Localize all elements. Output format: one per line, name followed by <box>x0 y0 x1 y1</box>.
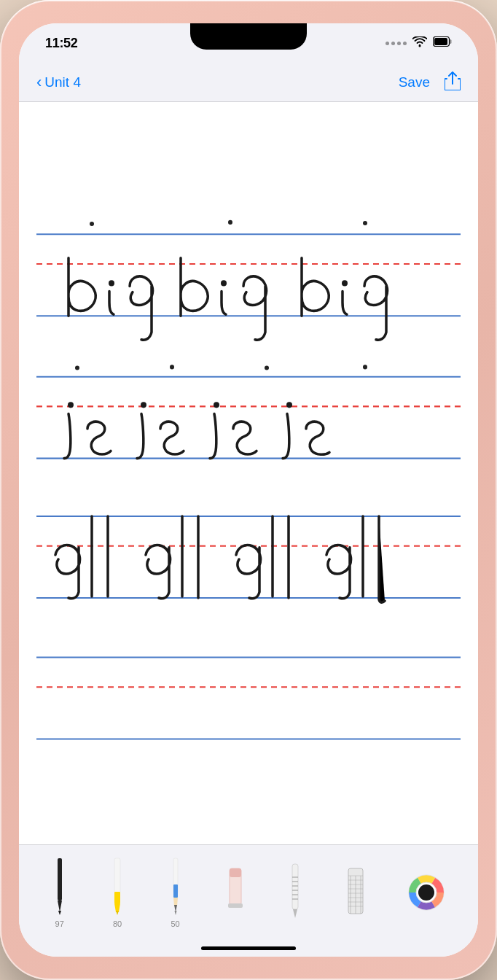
back-chevron-icon: ‹ <box>36 74 42 90</box>
pencil-tool[interactable]: 50 <box>168 857 184 928</box>
svg-rect-30 <box>58 858 62 901</box>
pencil-label: 50 <box>171 919 179 928</box>
phone-frame: 11:52 <box>0 0 497 980</box>
wifi-icon <box>412 36 427 50</box>
pen-tool[interactable]: 97 <box>52 857 68 928</box>
writing-lines-svg <box>19 102 478 844</box>
save-button[interactable]: Save <box>399 74 430 90</box>
color-picker-tool[interactable] <box>407 874 445 911</box>
svg-point-24 <box>221 280 227 286</box>
svg-rect-34 <box>114 892 120 903</box>
svg-point-25 <box>342 280 348 286</box>
svg-rect-3 <box>434 38 447 45</box>
svg-point-15 <box>265 365 269 370</box>
nav-actions: Save <box>399 71 461 93</box>
svg-point-7 <box>90 222 94 226</box>
phone-screen: 11:52 <box>19 23 478 957</box>
toolbar: 97 80 <box>19 844 478 939</box>
pen-label: 97 <box>55 919 64 928</box>
svg-point-14 <box>170 365 174 369</box>
ruler-tool[interactable] <box>345 863 366 922</box>
svg-point-13 <box>75 365 79 370</box>
svg-point-27 <box>141 402 146 408</box>
status-time: 11:52 <box>45 36 78 51</box>
highlighter-label: 80 <box>113 919 122 928</box>
svg-point-26 <box>68 402 74 408</box>
svg-rect-33 <box>114 858 120 893</box>
status-icons <box>386 36 452 50</box>
battery-icon <box>433 36 452 50</box>
svg-point-29 <box>286 402 292 408</box>
writing-canvas[interactable] <box>19 102 478 844</box>
nav-bar: ‹ Unit 4 Save <box>19 63 478 102</box>
svg-marker-41 <box>174 911 176 915</box>
svg-point-9 <box>363 221 367 225</box>
signal-icon <box>386 42 407 45</box>
nav-back-label: Unit 4 <box>44 74 81 90</box>
svg-point-0 <box>419 44 421 47</box>
svg-rect-44 <box>228 903 243 908</box>
svg-point-67 <box>418 884 434 901</box>
svg-point-28 <box>214 402 219 408</box>
home-indicator <box>19 939 478 957</box>
highlighter-tool[interactable]: 80 <box>109 857 125 928</box>
share-button[interactable] <box>445 71 461 93</box>
svg-rect-38 <box>173 884 178 898</box>
notch <box>190 23 307 50</box>
svg-rect-2 <box>450 39 452 44</box>
status-bar: 11:52 <box>19 23 478 63</box>
home-bar <box>201 946 296 950</box>
svg-marker-32 <box>58 911 61 915</box>
svg-point-8 <box>228 220 232 225</box>
svg-marker-31 <box>58 901 62 912</box>
svg-point-23 <box>109 280 114 286</box>
eraser-tool[interactable] <box>225 861 246 924</box>
back-button[interactable]: ‹ Unit 4 <box>36 74 81 90</box>
svg-rect-43 <box>230 868 241 877</box>
svg-point-16 <box>363 365 367 369</box>
svg-rect-45 <box>292 864 298 909</box>
svg-marker-36 <box>116 911 119 915</box>
svg-marker-52 <box>293 909 297 918</box>
texture-tool[interactable] <box>287 863 303 922</box>
